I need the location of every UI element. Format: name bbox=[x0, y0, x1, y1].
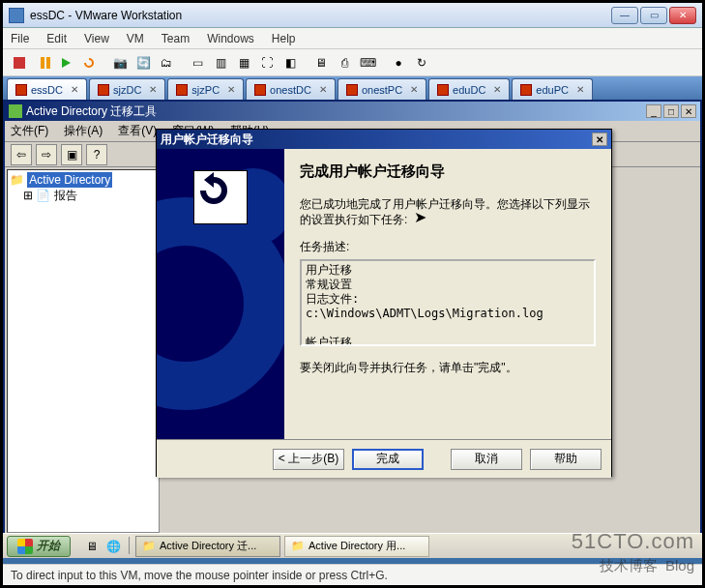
reset-icon[interactable] bbox=[78, 52, 100, 74]
taskbar-item-aduc[interactable]: 📁 Active Directory 用... bbox=[284, 536, 429, 557]
fullscreen-icon[interactable]: ⛶ bbox=[256, 52, 278, 74]
wizard-desc: 您已成功地完成了用户帐户迁移向导。您选择以下列显示的设置执行如下任务: bbox=[300, 196, 596, 227]
wizard-arrow-icon bbox=[193, 170, 248, 224]
snapmgr-icon[interactable]: 🗂 bbox=[156, 52, 177, 74]
menu-view[interactable]: View bbox=[84, 32, 109, 45]
menu-vm[interactable]: VM bbox=[127, 32, 144, 45]
tab-essdc[interactable]: essDC✕ bbox=[7, 78, 87, 100]
vmware-title: essDC - VMware Workstation bbox=[30, 9, 611, 22]
wizard-buttons: < 上一步(B) 完成 取消 帮助 bbox=[157, 439, 611, 478]
wizard-sidebar bbox=[157, 149, 284, 439]
wizard-hint: 要关闭此向导并执行任务，请单击"完成"。 bbox=[300, 360, 596, 376]
tab-onestdc[interactable]: onestDC✕ bbox=[246, 78, 336, 100]
pause-icon[interactable] bbox=[32, 52, 53, 74]
watermark2: 技术博客 Blog bbox=[600, 557, 694, 575]
wizard-heading: 完成用户帐户迁移向导 bbox=[300, 162, 596, 181]
help-button[interactable]: 帮助 bbox=[530, 449, 602, 470]
replay-icon[interactable]: ↻ bbox=[411, 52, 432, 74]
unity-icon[interactable]: ◧ bbox=[279, 52, 301, 74]
ad-app-icon bbox=[9, 104, 22, 118]
taskbar-item-admt[interactable]: 📁 Active Directory 迁... bbox=[135, 536, 280, 557]
view1-icon[interactable]: ▭ bbox=[187, 52, 208, 74]
finish-button[interactable]: 完成 bbox=[352, 449, 424, 470]
revert-icon[interactable]: 🔄 bbox=[132, 52, 154, 74]
tab-edupc[interactable]: eduPC✕ bbox=[512, 78, 593, 100]
ql-icon-2[interactable]: 🌐 bbox=[103, 537, 123, 556]
ad-up-icon[interactable]: ▣ bbox=[61, 144, 82, 165]
snapshot-icon[interactable]: 📷 bbox=[109, 52, 131, 74]
tab-sjzdc[interactable]: sjzDC✕ bbox=[89, 78, 165, 100]
wizard-dialog: 用户帐户迁移向导 ✕ 完成用户帐户迁移向导 您已成功地完成了用户帐户迁移向导。您… bbox=[156, 129, 612, 477]
mouse-cursor-icon: ➤ bbox=[414, 208, 426, 226]
ql-icon-1[interactable]: 🖥 bbox=[82, 537, 102, 556]
view2-icon[interactable]: ▥ bbox=[210, 52, 231, 74]
ad-close-button[interactable]: ✕ bbox=[681, 104, 696, 118]
ad-menu-file[interactable]: 文件(F) bbox=[11, 123, 48, 139]
menu-team[interactable]: Team bbox=[162, 32, 190, 45]
ad-back-icon[interactable]: ⇦ bbox=[11, 144, 32, 165]
tab-close-icon[interactable]: ✕ bbox=[71, 84, 78, 95]
start-button[interactable]: 开始 bbox=[7, 536, 71, 557]
menu-file[interactable]: File bbox=[11, 32, 29, 45]
record-icon[interactable]: ● bbox=[388, 52, 409, 74]
tree-root[interactable]: Active Directory bbox=[27, 172, 112, 188]
ad-min-button[interactable]: _ bbox=[646, 104, 661, 118]
menu-help[interactable]: Help bbox=[272, 32, 296, 45]
vmware-statusbar: To direct input to this VM, move the mou… bbox=[3, 564, 702, 585]
wizard-title: 用户帐户迁移向导 bbox=[161, 132, 253, 148]
ad-tree[interactable]: 📁 Active Directory ⊞ 📄 报告 bbox=[7, 169, 160, 533]
status-text: To direct input to this VM, move the mou… bbox=[11, 569, 388, 582]
menu-edit[interactable]: Edit bbox=[46, 32, 67, 45]
view3-icon[interactable]: ▦ bbox=[233, 52, 254, 74]
ad-title-text: Active Directory 迁移工具 bbox=[26, 103, 157, 120]
tools3-icon[interactable]: ⌨ bbox=[357, 52, 378, 74]
ad-menu-view[interactable]: 查看(V) bbox=[118, 123, 157, 139]
cancel-button[interactable]: 取消 bbox=[451, 449, 522, 470]
menu-windows[interactable]: Windows bbox=[207, 32, 254, 45]
wizard-close-button[interactable]: ✕ bbox=[592, 132, 607, 146]
vmware-icon bbox=[9, 8, 24, 23]
vm-tab-icon bbox=[15, 84, 27, 96]
tab-onestpc[interactable]: onestPC✕ bbox=[338, 78, 426, 100]
watermark: 51CTO.com bbox=[572, 529, 694, 554]
tab-edudc[interactable]: eduDC✕ bbox=[428, 78, 510, 100]
wizard-task-label: 任务描述: bbox=[300, 239, 596, 255]
ad-menu-action[interactable]: 操作(A) bbox=[64, 123, 103, 139]
close-button[interactable]: ✕ bbox=[669, 7, 696, 24]
vmware-titlebar: essDC - VMware Workstation — ▭ ✕ bbox=[3, 3, 702, 28]
back-button[interactable]: < 上一步(B) bbox=[273, 449, 344, 470]
svg-marker-0 bbox=[62, 58, 71, 68]
tools1-icon[interactable]: 🖥 bbox=[310, 52, 332, 74]
stop-icon[interactable] bbox=[9, 52, 30, 74]
ad-titlebar: Active Directory 迁移工具 _ □ ✕ bbox=[5, 102, 700, 121]
tree-child[interactable]: 报告 bbox=[54, 189, 77, 202]
ad-help-icon[interactable]: ? bbox=[86, 144, 107, 165]
tab-sjzpc[interactable]: sjzPC✕ bbox=[167, 78, 244, 100]
windows-flag-icon bbox=[17, 539, 33, 554]
vmware-menubar: File Edit View VM Team Windows Help bbox=[3, 28, 702, 49]
wizard-titlebar: 用户帐户迁移向导 ✕ bbox=[157, 130, 611, 149]
ad-fwd-icon[interactable]: ⇨ bbox=[36, 144, 57, 165]
quick-launch: 🖥 🌐 bbox=[82, 537, 133, 556]
ad-max-button[interactable]: □ bbox=[663, 104, 679, 118]
vmware-toolbar: 📷 🔄 🗂 ▭ ▥ ▦ ⛶ ◧ 🖥 ⎙ ⌨ ● ↻ bbox=[3, 49, 702, 76]
minimize-button[interactable]: — bbox=[611, 7, 638, 24]
tools2-icon[interactable]: ⎙ bbox=[334, 52, 355, 74]
maximize-button[interactable]: ▭ bbox=[640, 7, 667, 24]
wizard-task-textbox[interactable]: 用户迁移 常规设置 日志文件: c:\Windows\ADMT\Logs\Mig… bbox=[300, 259, 596, 346]
vmware-tabs: essDC✕ sjzDC✕ sjzPC✕ onestDC✕ onestPC✕ e… bbox=[3, 76, 702, 100]
play-icon[interactable] bbox=[55, 52, 76, 74]
